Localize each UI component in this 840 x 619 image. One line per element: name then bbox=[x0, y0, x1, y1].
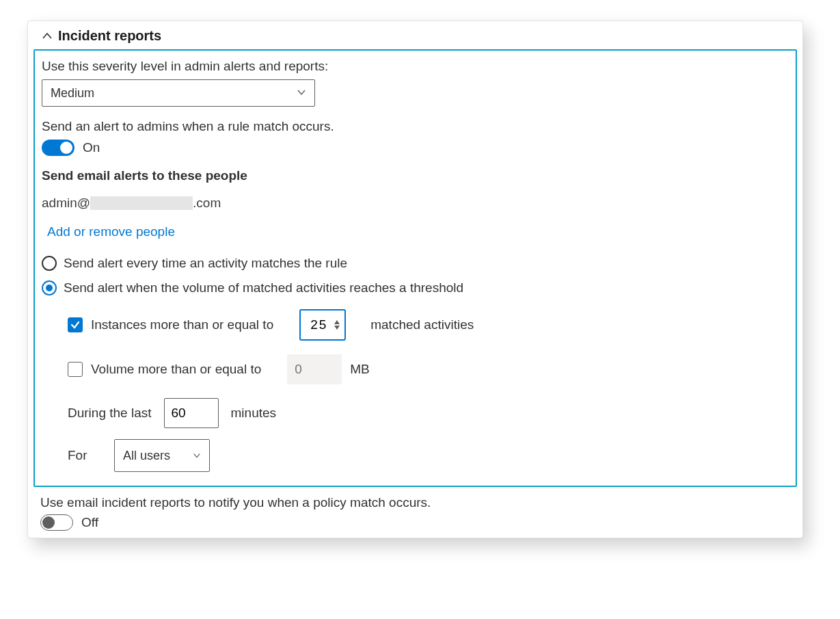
instances-input[interactable] bbox=[310, 317, 329, 332]
alert-toggle-state: On bbox=[83, 140, 100, 155]
during-unit: minutes bbox=[231, 406, 277, 421]
instances-checkbox[interactable] bbox=[68, 317, 83, 332]
redacted-domain bbox=[90, 196, 193, 210]
add-remove-people-link[interactable]: Add or remove people bbox=[47, 224, 175, 239]
email-alerts-label: Send email alerts to these people bbox=[42, 168, 789, 183]
email-suffix: .com bbox=[193, 196, 221, 211]
volume-unit: MB bbox=[350, 362, 370, 377]
volume-checkbox[interactable] bbox=[68, 362, 83, 377]
radio-alert-threshold-label: Send alert when the volume of matched ac… bbox=[64, 280, 463, 295]
spinner-arrows[interactable] bbox=[334, 319, 340, 330]
chevron-down-icon bbox=[193, 449, 201, 463]
incident-email-label: Use email incident reports to notify you… bbox=[40, 495, 790, 510]
chevron-down-icon bbox=[297, 86, 306, 101]
for-label: For bbox=[68, 448, 102, 463]
email-recipients-line: admin@ .com bbox=[42, 196, 789, 211]
incident-reports-card: Incident reports Use this severity level… bbox=[27, 21, 803, 538]
section-header[interactable]: Incident reports bbox=[28, 21, 802, 49]
email-prefix: admin@ bbox=[42, 196, 90, 211]
radio-alert-every[interactable] bbox=[42, 256, 57, 271]
severity-dropdown[interactable]: Medium bbox=[42, 79, 315, 107]
incident-email-toggle[interactable] bbox=[40, 514, 73, 531]
for-users-dropdown[interactable]: All users bbox=[114, 439, 210, 472]
during-input[interactable] bbox=[164, 398, 219, 428]
volume-input bbox=[287, 354, 342, 384]
radio-alert-every-label: Send alert every time an activity matche… bbox=[64, 256, 347, 271]
instances-spinner[interactable] bbox=[299, 309, 346, 341]
volume-label: Volume more than or equal to bbox=[91, 362, 261, 377]
alert-toggle-label: Send an alert to admins when a rule matc… bbox=[42, 119, 789, 134]
alert-admins-toggle[interactable] bbox=[42, 140, 74, 156]
severity-selected: Medium bbox=[51, 86, 94, 101]
alert-settings-highlight: Use this severity level in admin alerts … bbox=[33, 49, 797, 487]
instances-label: Instances more than or equal to bbox=[91, 317, 273, 332]
severity-label: Use this severity level in admin alerts … bbox=[42, 59, 789, 74]
radio-alert-threshold[interactable] bbox=[42, 280, 57, 295]
chevron-up-icon bbox=[42, 31, 53, 42]
section-title: Incident reports bbox=[58, 28, 161, 44]
instances-suffix: matched activities bbox=[370, 317, 474, 332]
for-selected: All users bbox=[123, 449, 170, 463]
incident-email-state: Off bbox=[81, 515, 98, 530]
incident-email-section: Use email incident reports to notify you… bbox=[28, 490, 802, 531]
during-label: During the last bbox=[68, 406, 152, 421]
threshold-settings: Instances more than or equal to matched … bbox=[68, 309, 789, 472]
